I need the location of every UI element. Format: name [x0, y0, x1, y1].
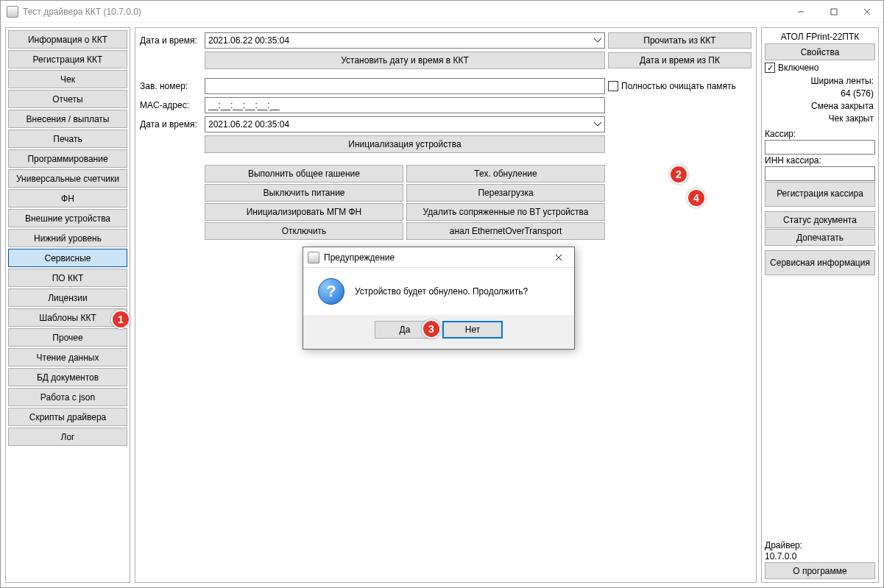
driver-version: 10.7.0.0 — [765, 551, 875, 562]
close-button[interactable] — [850, 1, 883, 22]
dialog-close-button[interactable] — [548, 248, 570, 267]
cashier-input[interactable] — [765, 140, 875, 155]
sidebar-left: Информация о ККТРегистрация ККТЧекОтчеты… — [5, 27, 130, 583]
sidebar-item-17[interactable]: БД документов — [8, 368, 127, 386]
about-button[interactable]: О программе — [765, 562, 875, 579]
grid-button-3-1[interactable]: анал EthernetOverTransport — [406, 222, 605, 240]
callout-2: 2 — [669, 165, 688, 184]
mac-label: MAC-адрес: — [140, 100, 202, 110]
datetime2-combo[interactable] — [205, 116, 605, 132]
serial-input[interactable] — [205, 78, 605, 94]
sidebar-item-13[interactable]: Лицензии — [8, 288, 127, 307]
sidebar-item-14[interactable]: Шаблоны ККТ — [8, 308, 127, 327]
read-from-kkt-button[interactable]: Прочитать из ККТ — [608, 32, 752, 49]
sidebar-item-19[interactable]: Скрипты драйвера — [8, 408, 127, 426]
callout-4: 4 — [687, 188, 706, 208]
dialog-no-button[interactable]: Нет — [442, 321, 503, 339]
sidebar-item-7[interactable]: Универсальные счетчики — [8, 169, 127, 188]
sidebar-item-11[interactable]: Сервисные — [8, 249, 127, 267]
dialog-message: Устройство будет обнулено. Продолжить? — [355, 286, 528, 297]
enabled-label: Включено — [778, 63, 818, 73]
window-title: Тест драйвера ККТ (10.7.0.0) — [23, 7, 784, 17]
reprint-button[interactable]: Допечатать — [765, 229, 875, 246]
dialog-title: Предупреждение — [324, 252, 548, 263]
sidebar-item-16[interactable]: Чтение данных — [8, 348, 127, 366]
sidebar-item-20[interactable]: Лог — [8, 428, 127, 446]
grid-button-0-0[interactable]: Выполнить общее гашение — [205, 165, 403, 183]
cashier-inn-label: ИНН кассира: — [765, 155, 875, 166]
sidebar-item-8[interactable]: ФН — [8, 189, 127, 208]
app-icon — [7, 6, 18, 18]
grid-button-0-1[interactable]: Тех. обнуление — [406, 165, 605, 183]
serial-label: Зав. номер: — [140, 81, 202, 91]
svg-rect-1 — [831, 9, 837, 15]
grid-button-2-0[interactable]: Инициализировать МГМ ФН — [205, 203, 403, 221]
datetime-combo[interactable] — [205, 32, 605, 49]
clear-memory-checkbox[interactable] — [608, 81, 618, 91]
sidebar-item-5[interactable]: Печать — [8, 130, 127, 148]
set-datetime-button[interactable]: Установить дату и время в ККТ — [205, 52, 605, 69]
register-cashier-button[interactable]: Регистрация кассира — [765, 182, 875, 207]
sidebar-item-10[interactable]: Нижний уровень — [8, 229, 127, 247]
minimize-button[interactable] — [784, 1, 817, 22]
sidebar-right: АТОЛ FPrint-22ПТК Свойства ✓ Включено Ши… — [761, 27, 879, 583]
titlebar: Тест драйвера ККТ (10.7.0.0) — [1, 1, 883, 23]
maximize-button[interactable] — [817, 1, 850, 22]
grid-button-1-1[interactable]: Перезагрузка — [406, 184, 605, 202]
callout-3: 3 — [422, 319, 441, 339]
enabled-checkbox[interactable]: ✓ — [765, 63, 775, 73]
tape-width-label: Ширина ленты: — [765, 75, 875, 87]
driver-label: Драйвер: — [765, 540, 875, 550]
sidebar-item-3[interactable]: Отчеты — [8, 90, 127, 108]
datetime2-label: Дата и время: — [140, 119, 202, 130]
shift-closed: Смена закрыта — [765, 100, 875, 112]
grid-button-1-0[interactable]: Выключить питание — [205, 184, 403, 202]
datetime-label: Дата и время: — [140, 35, 202, 46]
sidebar-item-4[interactable]: Внесения / выплаты — [8, 110, 127, 128]
grid-button-3-0[interactable]: Отключить — [205, 222, 403, 240]
properties-button[interactable]: Свойства — [765, 43, 875, 60]
service-info-button[interactable]: Сервисная информация — [765, 250, 875, 275]
mac-input[interactable] — [205, 97, 605, 113]
sidebar-item-9[interactable]: Внешние устройства — [8, 209, 127, 227]
callout-1: 1 — [111, 310, 130, 329]
question-icon: ? — [318, 278, 344, 305]
tape-width-value: 64 (576) — [765, 88, 875, 99]
sidebar-item-1[interactable]: Регистрация ККТ — [8, 50, 127, 68]
sidebar-item-18[interactable]: Работа с json — [8, 388, 127, 406]
datetime-from-pc-button[interactable]: Дата и время из ПК — [608, 52, 752, 68]
sidebar-item-12[interactable]: ПО ККТ — [8, 269, 127, 287]
check-closed: Чек закрыт — [765, 113, 875, 124]
sidebar-item-15[interactable]: Прочее — [8, 328, 127, 347]
clear-memory-label: Полностью очищать память — [621, 81, 736, 91]
doc-status-button[interactable]: Статус документа — [765, 211, 875, 228]
dialog-icon — [308, 252, 319, 263]
sidebar-item-2[interactable]: Чек — [8, 70, 127, 88]
cashier-label: Кассир: — [765, 129, 875, 139]
sidebar-item-6[interactable]: Программирование — [8, 149, 127, 168]
device-name: АТОЛ FPrint-22ПТК — [765, 31, 875, 43]
grid-button-2-1[interactable]: Удалить сопряженные по BT устройства — [406, 203, 605, 221]
sidebar-item-0[interactable]: Информация о ККТ — [8, 30, 127, 49]
init-device-button[interactable]: Инициализация устройства — [205, 135, 605, 153]
cashier-inn-input[interactable] — [765, 166, 875, 181]
app-window: Тест драйвера ККТ (10.7.0.0) Информация … — [0, 0, 884, 588]
